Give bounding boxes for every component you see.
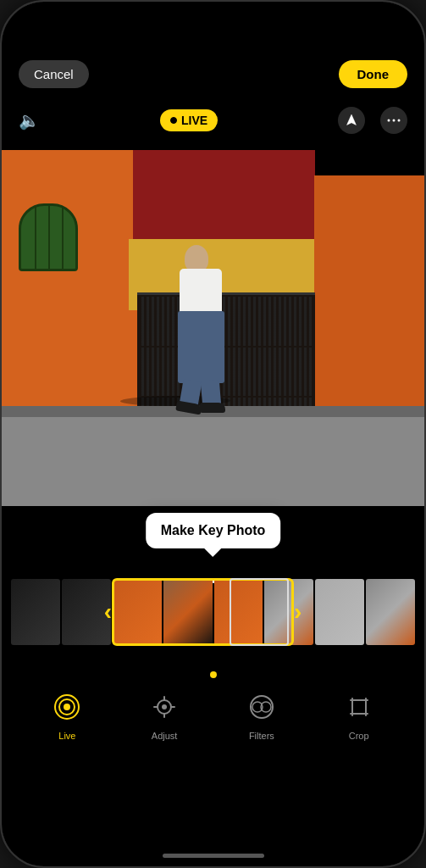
second-bar: 🔈 LIVE <box>2 102 424 139</box>
live-badge-label: LIVE <box>181 114 207 127</box>
adjust-tool-icon <box>146 688 183 726</box>
top-bar: Cancel Done <box>2 53 424 95</box>
svg-point-7 <box>162 704 167 709</box>
navigation-icon-button[interactable] <box>338 107 365 134</box>
more-options-button[interactable] <box>380 107 407 134</box>
live-tool-label: Live <box>58 731 75 741</box>
person-shoe-right <box>200 403 225 413</box>
live-badge-button[interactable]: LIVE <box>160 109 218 131</box>
photo-area <box>2 150 424 506</box>
phone-frame: Cancel Done 🔈 LIVE <box>0 0 426 868</box>
toolbar-items: Live Adjust <box>2 688 424 741</box>
svg-point-12 <box>251 696 273 718</box>
make-key-photo-tooltip: Make Key Photo <box>146 513 281 548</box>
svg-point-2 <box>398 120 401 122</box>
home-indicator[interactable] <box>163 854 264 858</box>
svg-point-1 <box>393 120 396 122</box>
done-button[interactable]: Done <box>339 60 408 88</box>
volume-icon[interactable]: 🔈 <box>19 110 40 131</box>
live-tool-icon <box>48 688 86 726</box>
navigation-icon <box>345 114 358 127</box>
toolbar-item-crop[interactable]: Crop <box>310 688 407 741</box>
svg-point-0 <box>388 120 390 122</box>
ellipsis-icon <box>387 119 401 122</box>
photo-scene <box>2 150 424 506</box>
timeline-strip[interactable]: ‹ › <box>2 557 424 667</box>
toolbar-item-live[interactable]: Live <box>19 688 116 741</box>
svg-rect-19 <box>352 700 366 714</box>
person-figure <box>163 245 230 406</box>
timeline-frame[interactable] <box>11 579 60 645</box>
selected-frame-indicator[interactable] <box>230 578 289 646</box>
crop-tool-label: Crop <box>349 731 369 741</box>
wall-left <box>2 150 137 417</box>
dynamic-island <box>163 14 264 42</box>
window <box>19 203 78 271</box>
filters-tool-label: Filters <box>249 731 274 741</box>
wall-right <box>314 175 424 407</box>
timeline-frame[interactable] <box>366 579 415 645</box>
adjust-tool-label: Adjust <box>152 731 178 741</box>
toolbar-item-filters[interactable]: Filters <box>213 688 311 741</box>
window-bar <box>35 206 36 269</box>
window-bar <box>48 206 50 269</box>
live-dot-icon <box>170 117 177 124</box>
filters-tool-icon <box>243 688 280 726</box>
phone-screen: Cancel Done 🔈 LIVE <box>2 2 424 866</box>
crop-tool-icon <box>340 688 378 726</box>
second-bar-actions <box>338 107 407 134</box>
person-shirt <box>180 269 222 315</box>
toolbar-item-adjust[interactable]: Adjust <box>116 688 213 741</box>
bracket-left-icon: ‹ <box>104 600 112 624</box>
bottom-toolbar: Live Adjust <box>2 671 424 815</box>
ground <box>2 406 424 506</box>
bracket-right-icon: › <box>294 600 302 624</box>
cancel-button[interactable]: Cancel <box>19 60 89 88</box>
person-pants <box>178 311 224 383</box>
timeline-frames: ‹ › <box>10 574 416 650</box>
timeline-frame[interactable] <box>315 579 364 645</box>
window-bar <box>62 206 64 269</box>
tooltip-text: Make Key Photo <box>161 523 266 537</box>
active-indicator-dot <box>210 671 217 678</box>
svg-point-5 <box>64 704 70 710</box>
timeline-inner: ‹ › <box>10 574 416 650</box>
